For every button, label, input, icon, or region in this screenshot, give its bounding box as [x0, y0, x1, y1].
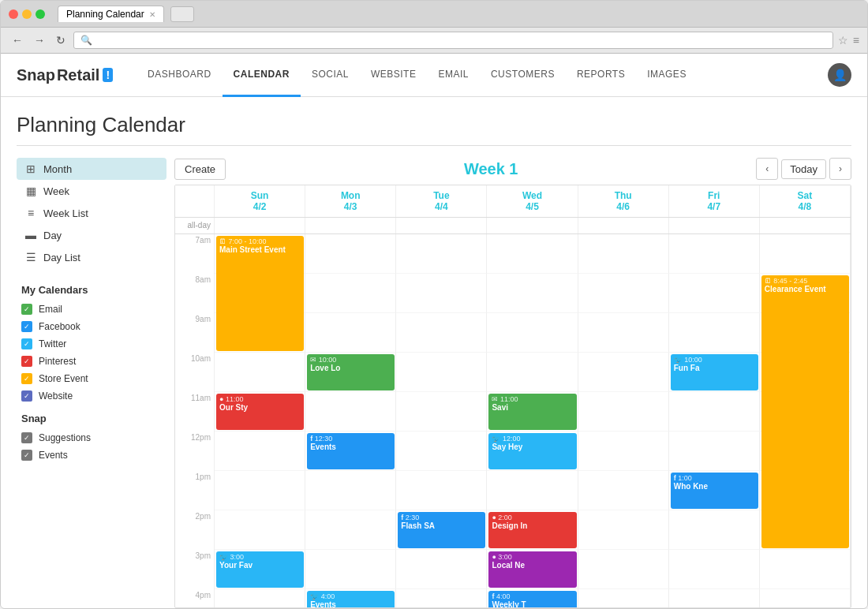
cell-4-2[interactable]: [396, 392, 487, 432]
cell-0-2[interactable]: [396, 234, 487, 274]
user-icon[interactable]: 👤: [828, 63, 851, 87]
nav-reports[interactable]: REPORTS: [566, 54, 636, 97]
event-your-fav[interactable]: 🐦 3:00Your Fav: [216, 551, 304, 588]
cell-4-4[interactable]: [578, 392, 669, 432]
event-main-street-event[interactable]: 🗓 7:00 - 10:00Main Street Event: [216, 236, 304, 351]
cal-facebook[interactable]: ✓ Facebook: [17, 318, 166, 335]
cal-pinterest[interactable]: ✓ Pinterest: [17, 353, 166, 370]
cell-7-4[interactable]: [578, 510, 669, 550]
nav-customers[interactable]: CUSTOMERS: [480, 54, 566, 97]
twitter-checkbox[interactable]: ✓: [21, 338, 32, 349]
cell-8-2[interactable]: [396, 550, 487, 589]
view-week-list[interactable]: ≡ Week List: [17, 202, 166, 224]
cell-0-4[interactable]: [578, 234, 669, 274]
cell-1-5[interactable]: [669, 274, 760, 313]
cell-5-5[interactable]: [669, 432, 760, 471]
cell-4-1[interactable]: [305, 392, 396, 432]
prev-week-button[interactable]: ‹: [756, 158, 778, 180]
cell-6-0[interactable]: [215, 471, 305, 510]
tab-close-icon[interactable]: ✕: [149, 10, 155, 19]
cell-7-1[interactable]: [305, 510, 396, 550]
cell-0-1[interactable]: [305, 234, 396, 274]
cell-1-3[interactable]: [487, 274, 578, 313]
close-dot[interactable]: [9, 9, 18, 19]
today-button[interactable]: Today: [781, 159, 826, 179]
cell-3-4[interactable]: [578, 353, 669, 392]
cell-8-6[interactable]: [760, 550, 851, 589]
cell-3-0[interactable]: [215, 353, 305, 392]
bookmark-icon[interactable]: ☆: [838, 34, 848, 47]
event-say-hey[interactable]: 🐦 12:00Say Hey: [488, 433, 576, 469]
address-input[interactable]: [95, 35, 826, 46]
cell-9-5[interactable]: [669, 589, 760, 607]
cell-2-5[interactable]: [669, 313, 760, 353]
cell-6-1[interactable]: [305, 471, 396, 510]
cell-1-2[interactable]: [396, 274, 487, 313]
cal-store-event[interactable]: ✓ Store Event: [17, 370, 166, 387]
snap-suggestions[interactable]: ✓ Suggestions: [17, 429, 166, 446]
cell-9-0[interactable]: [215, 589, 305, 607]
snap-events-checkbox[interactable]: ✓: [21, 450, 32, 461]
event-who-kne[interactable]: f 1:00Who Kne: [671, 473, 758, 509]
event-fun-fa[interactable]: 🐦 10:00Fun Fa: [671, 354, 758, 390]
view-month[interactable]: ⊞ Month: [17, 158, 166, 180]
browser-menu-icon[interactable]: ≡: [853, 34, 859, 47]
cell-8-4[interactable]: [578, 550, 669, 589]
cell-2-4[interactable]: [578, 313, 669, 353]
cell-8-5[interactable]: [669, 550, 760, 589]
maximize-dot[interactable]: [36, 9, 45, 19]
cell-7-5[interactable]: [669, 510, 760, 550]
event-clearance-event[interactable]: 🗓 8:45 - 2:45Clearance Event: [761, 275, 849, 548]
cell-3-2[interactable]: [396, 353, 487, 392]
facebook-checkbox[interactable]: ✓: [21, 321, 32, 332]
nav-dashboard[interactable]: DASHBOARD: [137, 54, 223, 97]
back-button[interactable]: ←: [9, 32, 26, 48]
nav-calendar[interactable]: CALENDAR: [223, 54, 301, 97]
cell-5-0[interactable]: [215, 432, 305, 471]
nav-images[interactable]: IMAGES: [636, 54, 698, 97]
view-week[interactable]: ▦ Week: [17, 180, 166, 202]
event-events-mon-1230[interactable]: f 12:30Events: [307, 433, 395, 469]
event-love-la[interactable]: ✉ 10:00Love Lo: [307, 354, 395, 390]
event-flash-sa[interactable]: f 2:30Flash SA: [398, 512, 485, 548]
cell-5-4[interactable]: [578, 432, 669, 471]
event-savi[interactable]: ✉ 11:00Savi: [488, 394, 576, 430]
cell-7-0[interactable]: [215, 510, 305, 550]
cell-2-3[interactable]: [487, 313, 578, 353]
event-events-mon-400[interactable]: 🐦 4:00Events: [307, 591, 395, 607]
view-day-list[interactable]: ☰ Day List: [17, 246, 166, 268]
new-tab-button[interactable]: [170, 6, 194, 22]
cell-6-4[interactable]: [578, 471, 669, 510]
cell-0-5[interactable]: [669, 234, 760, 274]
event-design-in[interactable]: ● 2:00Design In: [488, 512, 576, 548]
cal-twitter[interactable]: ✓ Twitter: [17, 335, 166, 353]
website-checkbox[interactable]: ✓: [21, 390, 32, 402]
browser-tab[interactable]: Planning Calendar ✕: [58, 6, 164, 22]
refresh-button[interactable]: ↻: [53, 32, 69, 48]
view-day[interactable]: ▬ Day: [17, 224, 166, 246]
next-week-button[interactable]: ›: [829, 158, 851, 180]
nav-website[interactable]: WEBSITE: [360, 54, 428, 97]
cell-6-3[interactable]: [487, 471, 578, 510]
suggestions-checkbox[interactable]: ✓: [21, 432, 32, 443]
create-button[interactable]: Create: [174, 159, 226, 180]
event-our-style[interactable]: ● 11:00Our Sty: [216, 394, 304, 430]
cell-9-4[interactable]: [578, 589, 669, 607]
nav-social[interactable]: SOCIAL: [301, 54, 360, 97]
snap-events[interactable]: ✓ Events: [17, 446, 166, 464]
event-weekly-t[interactable]: f 4:00Weekly T: [488, 591, 576, 607]
cell-6-2[interactable]: [396, 471, 487, 510]
cell-1-4[interactable]: [578, 274, 669, 313]
event-local-ne[interactable]: ● 3:00Local Ne: [488, 551, 576, 588]
cell-9-6[interactable]: [760, 589, 851, 607]
cell-3-3[interactable]: [487, 353, 578, 392]
nav-email[interactable]: EMAIL: [427, 54, 480, 97]
cell-2-1[interactable]: [305, 313, 396, 353]
calendar-body[interactable]: 7am8am9am10am11am12pm1pm2pm3pm4pm5pm6pm🗓…: [175, 234, 851, 607]
cell-2-2[interactable]: [396, 313, 487, 353]
store-event-checkbox[interactable]: ✓: [21, 373, 32, 384]
cell-9-2[interactable]: [396, 589, 487, 607]
forward-button[interactable]: →: [31, 32, 48, 48]
cell-8-1[interactable]: [305, 550, 396, 589]
cell-4-5[interactable]: [669, 392, 760, 432]
